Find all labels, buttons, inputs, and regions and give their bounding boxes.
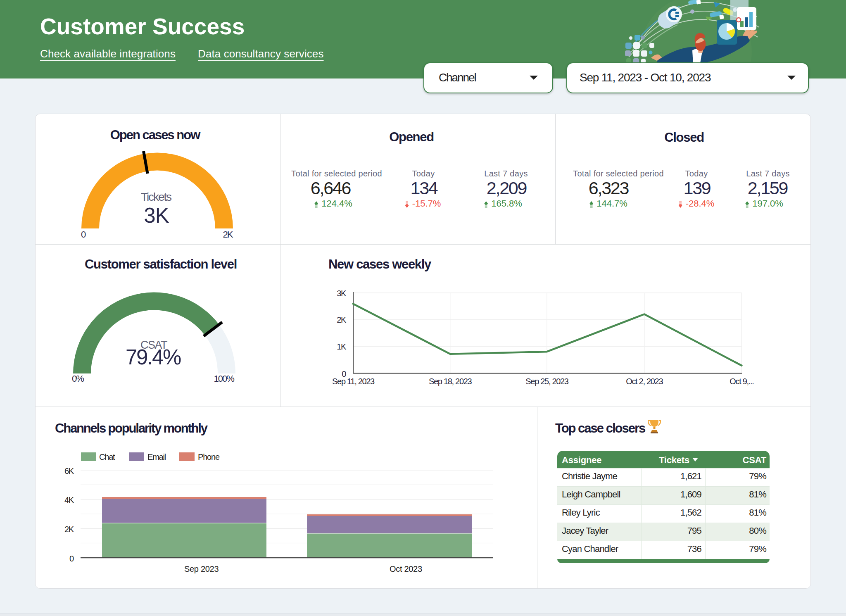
svg-text:Sep 25, 2023: Sep 25, 2023 (525, 377, 569, 386)
svg-text:100%: 100% (214, 373, 235, 384)
svg-text:0: 0 (81, 229, 86, 240)
svg-text:1K: 1K (337, 342, 347, 351)
svg-text:Oct 2023: Oct 2023 (390, 564, 422, 573)
svg-text:4K: 4K (64, 495, 74, 504)
svg-text:Oct 2, 2023: Oct 2, 2023 (626, 377, 663, 386)
svg-text:3K: 3K (144, 204, 169, 227)
svg-text:3K: 3K (337, 289, 347, 298)
svg-text:Sep 18, 2023: Sep 18, 2023 (429, 377, 472, 386)
svg-text:Phone: Phone (198, 452, 220, 461)
svg-text:Chat: Chat (99, 452, 115, 461)
svg-text:6K: 6K (64, 466, 74, 476)
svg-text:0%: 0% (72, 373, 84, 384)
svg-text:Sep 2023: Sep 2023 (184, 564, 219, 573)
svg-text:2K: 2K (64, 525, 74, 534)
svg-text:Tickets: Tickets (141, 190, 171, 203)
svg-text:2K: 2K (337, 315, 347, 324)
svg-text:Sep 11, 2023: Sep 11, 2023 (332, 377, 375, 386)
svg-text:0: 0 (69, 554, 74, 563)
svg-text:79.4%: 79.4% (126, 345, 181, 369)
svg-text:2K: 2K (223, 229, 233, 240)
svg-text:Email: Email (147, 452, 166, 461)
svg-text:Oct 9,...: Oct 9,... (730, 377, 753, 386)
